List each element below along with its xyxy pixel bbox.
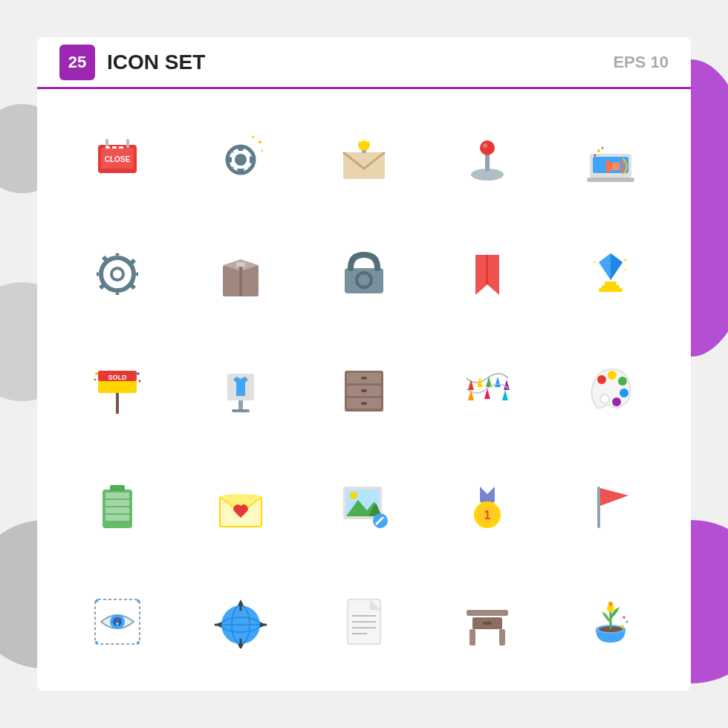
svg-point-80 xyxy=(597,375,606,384)
film-reel-icon xyxy=(573,353,648,427)
icon-cell-bookmark xyxy=(429,220,545,328)
icon-cell-flag xyxy=(553,452,669,560)
megaphone-laptop-svg xyxy=(584,131,637,185)
svg-text:✦: ✦ xyxy=(623,257,628,264)
svg-rect-69 xyxy=(361,389,367,392)
bookmark-icon xyxy=(450,237,524,311)
svg-point-61 xyxy=(139,380,141,383)
svg-rect-139 xyxy=(499,629,505,646)
svg-rect-34 xyxy=(236,262,245,267)
svg-rect-48 xyxy=(605,282,617,285)
svg-point-144 xyxy=(621,625,624,628)
svg-marker-106 xyxy=(600,488,628,506)
box-icon xyxy=(204,237,278,311)
tshirt-icon xyxy=(204,353,278,427)
close-sign-svg: CLOSE xyxy=(91,131,144,185)
icon-cell-bunting xyxy=(429,336,545,444)
svg-point-116 xyxy=(137,641,140,644)
gear-icon xyxy=(80,237,155,311)
joystick-svg xyxy=(461,131,514,185)
medal-svg: 1 xyxy=(461,479,514,533)
table-svg xyxy=(461,595,514,649)
idea-mail-svg xyxy=(337,131,391,185)
gear-sparkle-icon: ✦ ✦ ✦ xyxy=(204,121,278,195)
icon-cell-checklist xyxy=(306,568,422,676)
svg-rect-45 xyxy=(486,255,488,285)
svg-text:✦: ✦ xyxy=(624,267,627,272)
svg-point-85 xyxy=(600,394,609,403)
svg-rect-89 xyxy=(105,500,129,506)
svg-text:SOLD: SOLD xyxy=(108,374,127,381)
icon-cell-idea-mail xyxy=(306,104,422,212)
diamond-trophy-svg: ✦ ✦ ✦ xyxy=(584,247,637,301)
svg-text:✦: ✦ xyxy=(260,149,264,153)
svg-rect-90 xyxy=(105,507,129,513)
svg-point-38 xyxy=(363,273,365,276)
svg-point-40 xyxy=(368,283,371,285)
svg-marker-79 xyxy=(502,390,508,400)
svg-marker-47 xyxy=(611,253,623,280)
drawers-svg xyxy=(337,363,391,417)
icon-cell-box xyxy=(183,220,299,328)
icon-cell-plant-bowl xyxy=(553,568,669,676)
icon-cell-drawers xyxy=(306,336,422,444)
svg-rect-24 xyxy=(612,163,620,170)
svg-point-59 xyxy=(94,379,97,381)
telephone-icon xyxy=(327,237,401,311)
svg-rect-15 xyxy=(362,150,366,153)
gear-svg xyxy=(91,247,144,301)
svg-rect-138 xyxy=(469,629,475,646)
svg-rect-49 xyxy=(602,285,620,288)
svg-point-43 xyxy=(358,276,360,278)
icon-cell-sold-sign: SOLD xyxy=(59,336,175,444)
svg-rect-2 xyxy=(126,139,129,148)
svg-text:CLOSE: CLOSE xyxy=(105,155,131,163)
icon-cell-joystick xyxy=(429,104,545,212)
svg-point-27 xyxy=(602,147,604,149)
svg-marker-126 xyxy=(215,622,221,628)
svg-point-82 xyxy=(618,377,627,386)
close-sign-icon: CLOSE xyxy=(80,121,155,195)
idea-mail-icon xyxy=(327,121,401,195)
icon-cell-telephone xyxy=(306,220,422,328)
svg-point-114 xyxy=(137,599,140,602)
svg-rect-50 xyxy=(599,288,623,292)
photo-edit-icon xyxy=(327,469,401,543)
svg-point-37 xyxy=(358,274,370,286)
badge: 25 xyxy=(59,45,95,80)
icon-cell-megaphone-laptop xyxy=(553,104,669,212)
icon-cell-gear-sparkle: ✦ ✦ ✦ xyxy=(183,104,299,212)
flag-icon xyxy=(573,469,648,543)
globe-arrows-svg xyxy=(214,595,267,649)
svg-point-42 xyxy=(358,283,360,285)
bunting-svg xyxy=(461,363,514,417)
icon-cell-photo-edit xyxy=(306,452,422,560)
svg-rect-135 xyxy=(467,610,508,616)
svg-point-146 xyxy=(623,617,625,619)
svg-text:1: 1 xyxy=(484,509,491,521)
eye-compass-svg xyxy=(91,595,144,649)
svg-rect-71 xyxy=(361,402,367,405)
svg-marker-122 xyxy=(238,599,244,605)
svg-marker-76 xyxy=(504,380,510,390)
love-letter-svg xyxy=(214,479,267,533)
plant-bowl-icon xyxy=(573,585,648,659)
header: 25 ICON SET EPS 10 xyxy=(37,37,691,89)
drawers-icon xyxy=(327,353,401,427)
svg-point-25 xyxy=(597,149,600,152)
svg-rect-5 xyxy=(105,146,110,149)
flag-svg xyxy=(584,479,637,533)
telephone-svg xyxy=(337,247,391,301)
svg-point-115 xyxy=(95,641,98,644)
svg-rect-87 xyxy=(110,485,125,491)
diamond-trophy-icon: ✦ ✦ ✦ xyxy=(573,237,648,311)
svg-text:✦: ✦ xyxy=(593,260,597,264)
sold-sign-svg: SOLD xyxy=(91,363,144,417)
svg-point-84 xyxy=(612,397,621,406)
film-reel-svg xyxy=(584,363,637,417)
svg-rect-91 xyxy=(105,515,129,521)
svg-point-81 xyxy=(608,371,617,380)
svg-point-60 xyxy=(137,372,140,375)
icon-cell-close-sign: CLOSE xyxy=(59,104,175,212)
love-letter-icon xyxy=(204,469,278,543)
